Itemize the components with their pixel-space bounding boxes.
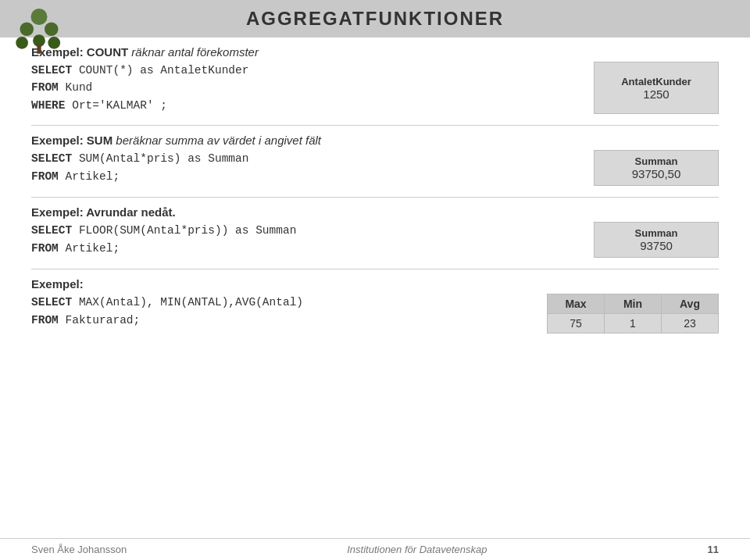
page-title: Aggregatfunktioner <box>246 8 504 29</box>
avg-value: 23 <box>662 314 718 333</box>
svg-rect-6 <box>37 45 41 54</box>
count-code: SELECT COUNT(*) as AntaletKunder FROM Ku… <box>31 62 594 114</box>
maxminavg-value-row: 75 1 23 <box>548 314 718 333</box>
count-col-header: AntaletKunder <box>621 76 691 87</box>
main-content: Exempel: COUNT räknar antal förekomster … <box>0 37 750 538</box>
section-maxminavg: Exempel: SELECT MAX(Antal), MIN(ANTAL),A… <box>31 277 719 334</box>
count-result: AntaletKunder 1250 <box>594 62 719 114</box>
footer: Sven Åke Johansson Institutionen för Dat… <box>0 538 750 560</box>
example-title-count: Exempel: COUNT räknar antal förekomster <box>31 45 719 59</box>
divider-2 <box>31 197 719 198</box>
svg-point-3 <box>16 37 28 49</box>
avg-header: Avg <box>662 294 718 313</box>
footer-institution: Institutionen för Datavetenskap <box>347 544 487 555</box>
section-floor: Exempel: Avrundar nedåt. SELECT FLOOR(SU… <box>31 205 719 258</box>
example-title-maxminavg: Exempel: <box>31 277 719 291</box>
divider-3 <box>31 269 719 269</box>
maxminavg-code: SELECT MAX(Antal), MIN(ANTAL),AVG(Antal)… <box>31 294 547 334</box>
maxminavg-header-row: Max Min Avg <box>548 294 718 314</box>
sum-result: Summan 93750,50 <box>594 150 719 186</box>
logo <box>8 3 70 66</box>
section-count: Exempel: COUNT räknar antal förekomster … <box>31 45 719 114</box>
floor-col-header: Summan <box>635 227 678 239</box>
example-title-sum: Exempel: SUM beräknar summa av värdet i … <box>31 134 719 147</box>
footer-page-number: 11 <box>708 544 719 555</box>
count-col-value: 1250 <box>643 87 669 101</box>
sum-col-header: Summan <box>635 155 678 167</box>
sum-code: SELECT SUM(Antal*pris) as Summan FROM Ar… <box>31 150 594 186</box>
svg-point-2 <box>45 23 59 37</box>
maxminavg-result: Max Min Avg 75 1 23 <box>547 294 719 334</box>
floor-result: Summan 93750 <box>594 222 719 258</box>
section-sum: Exempel: SUM beräknar summa av värdet i … <box>31 134 719 186</box>
svg-point-5 <box>48 37 60 49</box>
floor-code: SELECT FLOOR(SUM(Antal*pris)) as Summan … <box>31 222 594 258</box>
floor-col-value: 93750 <box>640 239 673 252</box>
header-bar: Aggregatfunktioner <box>0 0 750 37</box>
divider-1 <box>31 125 719 126</box>
max-value: 75 <box>548 314 605 333</box>
count-code-result-row: SELECT COUNT(*) as AntaletKunder FROM Ku… <box>31 62 719 114</box>
min-value: 1 <box>605 314 662 333</box>
footer-author: Sven Åke Johansson <box>31 544 127 555</box>
svg-point-0 <box>31 9 48 25</box>
maxminavg-code-result-row: SELECT MAX(Antal), MIN(ANTAL),AVG(Antal)… <box>31 294 719 334</box>
svg-point-1 <box>20 23 34 37</box>
floor-code-result-row: SELECT FLOOR(SUM(Antal*pris)) as Summan … <box>31 222 719 258</box>
max-header: Max <box>548 294 605 313</box>
example-title-floor: Exempel: Avrundar nedåt. <box>31 205 719 219</box>
sum-code-result-row: SELECT SUM(Antal*pris) as Summan FROM Ar… <box>31 150 719 186</box>
sum-col-value: 93750,50 <box>632 167 681 180</box>
min-header: Min <box>605 294 662 313</box>
